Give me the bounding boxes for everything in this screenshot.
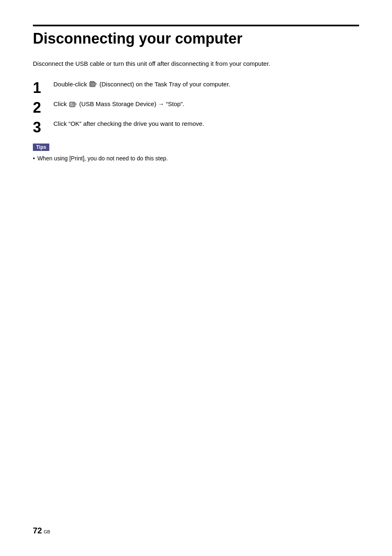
page-footer: 72 GB bbox=[33, 526, 50, 535]
step-2-text-after: (USB Mass Storage Device) → “Stop”. bbox=[79, 100, 184, 107]
step-1-content: Double-click (Disconnect) on the Task Tr… bbox=[53, 80, 359, 89]
svg-rect-7 bbox=[70, 105, 74, 106]
step-2-content: Click (USB Mass Storage Device) → “Stop”… bbox=[53, 100, 359, 109]
svg-rect-2 bbox=[92, 81, 94, 82]
tips-bullet-1: • When using [Print], you do not need to… bbox=[33, 154, 359, 163]
step-2: 2 Click (USB Mass Storage Device) → “Sto… bbox=[33, 100, 359, 115]
steps-container: 1 Double-click (Disconnect) on the Task … bbox=[33, 80, 359, 135]
step-3: 3 Click “OK” after checking the drive yo… bbox=[33, 119, 359, 135]
tips-label: Tips bbox=[33, 144, 49, 151]
tips-section: Tips • When using [Print], you do not ne… bbox=[33, 143, 359, 163]
step-1-text-before: Double-click bbox=[53, 81, 87, 88]
step-1-text-after: (Disconnect) on the Task Tray of your co… bbox=[99, 81, 230, 88]
step-number-2: 2 bbox=[33, 100, 53, 115]
step-3-text: Click “OK” after checking the drive you … bbox=[53, 120, 204, 127]
tips-content: • When using [Print], you do not need to… bbox=[33, 154, 359, 163]
page-number: 72 bbox=[33, 526, 42, 535]
disconnect-icon bbox=[89, 80, 98, 89]
svg-rect-9 bbox=[73, 103, 74, 104]
intro-text: Disconnect the USB cable or turn this un… bbox=[33, 59, 359, 69]
step-number-3: 3 bbox=[33, 119, 53, 135]
svg-rect-3 bbox=[95, 83, 97, 84]
svg-rect-6 bbox=[70, 103, 72, 104]
page-container: Disconnecting your computer Disconnect t… bbox=[0, 0, 392, 188]
svg-rect-5 bbox=[69, 102, 75, 107]
step-2-text-before: Click bbox=[53, 100, 67, 107]
step-3-content: Click “OK” after checking the drive you … bbox=[53, 119, 359, 129]
usb-mass-storage-icon bbox=[69, 100, 78, 109]
title-bar: Disconnecting your computer bbox=[33, 25, 359, 47]
page-title: Disconnecting your computer bbox=[33, 30, 359, 47]
tips-item-1: When using [Print], you do not need to d… bbox=[37, 154, 168, 163]
svg-point-4 bbox=[92, 83, 94, 85]
bullet-dot: • bbox=[33, 154, 35, 163]
svg-rect-1 bbox=[90, 81, 92, 82]
step-1: 1 Double-click (Disconnect) on the Task … bbox=[33, 80, 359, 95]
svg-rect-8 bbox=[75, 104, 77, 104]
step-number-1: 1 bbox=[33, 80, 53, 95]
page-suffix: GB bbox=[44, 529, 50, 534]
